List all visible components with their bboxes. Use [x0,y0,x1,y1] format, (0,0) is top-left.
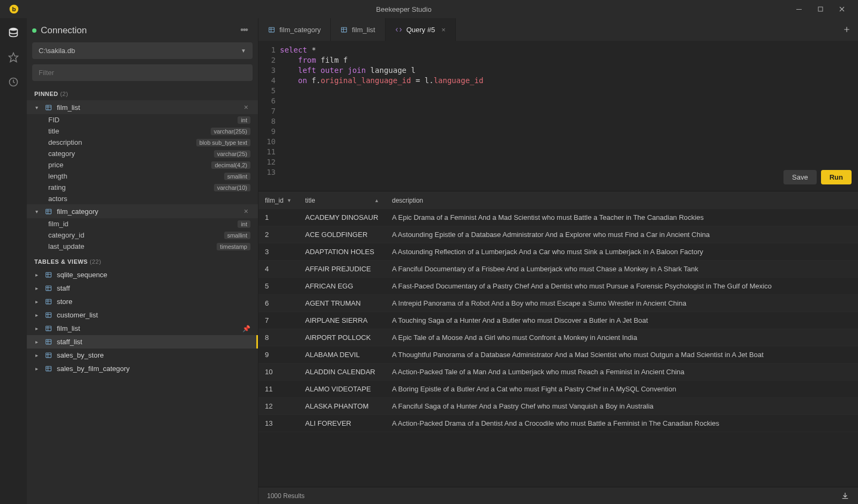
column-row[interactable]: lengthsmallint [27,171,258,182]
column-row[interactable]: category_idsmallint [27,229,258,241]
svg-marker-5 [9,53,18,62]
table-row[interactable]: 9ALABAMA DEVILA Thoughtful Panorama of a… [258,346,858,364]
svg-point-4 [10,28,18,31]
column-row[interactable]: descriptionblob sub_type text [27,137,258,148]
table-row[interactable]: 11ALAMO VIDEOTAPEA Boring Epistle of a B… [258,381,858,398]
pin-icon: 📌 [242,325,250,332]
run-button[interactable]: Run [821,170,852,184]
connection-menu-button[interactable]: ••• [238,25,249,36]
chevron-right-icon: ▸ [35,272,42,278]
column-row[interactable]: actors [27,193,258,204]
column-header-description[interactable]: description [386,197,858,204]
table-row[interactable]: 13ALI FOREVERA Action-Packed Drama of a … [258,415,858,432]
titlebar: b Beekeeper Studio [0,0,858,18]
table-row[interactable]: 5AFRICAN EGGA Fast-Paced Documentary of … [258,278,858,295]
svg-rect-15 [46,353,51,358]
table-item-staff_list[interactable]: ▸staff_list [27,335,258,349]
connection-status-dot [32,28,36,33]
tab-close-button[interactable]: × [441,26,446,34]
svg-rect-3 [818,7,823,11]
chevron-down-icon: ▾ [35,209,42,214]
table-item-sqlite_sequence[interactable]: ▸sqlite_sequence [27,268,258,281]
minimize-button[interactable] [788,1,810,17]
main-panel: film_categoryfilm_listQuery #5× 12345678… [258,18,858,504]
table-icon [45,285,53,292]
save-button[interactable]: Save [783,170,817,184]
table-item-sales_by_film_category[interactable]: ▸sales_by_film_category [27,362,258,375]
table-item-sales_by_store[interactable]: ▸sales_by_store [27,349,258,362]
table-row[interactable]: 7AIRPLANE SIERRAA Touching Saga of a Hun… [258,312,858,329]
table-icon [341,26,347,33]
table-icon [45,365,53,372]
sort-desc-icon: ▼ [287,198,292,203]
history-icon[interactable] [6,75,20,89]
chevron-right-icon: ▸ [35,325,42,331]
svg-rect-7 [46,105,51,110]
table-item-customer_list[interactable]: ▸customer_list [27,308,258,322]
table-item-film_list[interactable]: ▸film_list📌 [27,322,258,335]
column-header-film-id[interactable]: film_id▼ [258,197,299,204]
filter-input[interactable] [32,64,253,81]
editor-code[interactable]: select * from film f left outer join lan… [280,41,858,191]
svg-rect-11 [46,299,51,304]
column-row[interactable]: film_idint [27,218,258,229]
unpin-button[interactable]: × [242,103,250,112]
table-row[interactable]: 6AGENT TRUMANA Intrepid Panorama of a Ro… [258,295,858,312]
column-row[interactable]: ratingvarchar(10) [27,182,258,193]
close-button[interactable] [831,1,853,17]
table-icon [45,325,53,332]
svg-rect-10 [46,286,51,291]
tables-header: TABLES & VIEWS (22) [27,252,258,268]
table-icon [45,338,53,345]
database-icon[interactable] [6,26,20,40]
star-icon[interactable] [6,50,20,64]
maximize-button[interactable] [810,1,831,17]
svg-rect-14 [46,339,51,344]
table-row[interactable]: 12ALASKA PHANTOMA Fanciful Saga of a Hun… [258,398,858,415]
table-icon [45,298,53,305]
database-path: C:\sakila.db [39,47,241,55]
iconbar [0,18,27,504]
download-button[interactable] [841,492,849,500]
chevron-right-icon: ▸ [35,339,42,345]
column-row[interactable]: last_updatetimestamp [27,241,258,252]
table-icon [45,312,53,318]
app-title: Beekeeper Studio [19,5,788,13]
tab-film_list[interactable]: film_list [331,18,385,41]
table-item-staff[interactable]: ▸staff [27,281,258,295]
new-tab-button[interactable] [835,18,858,41]
table-row[interactable]: 8AIRPORT POLLOCKA Epic Tale of a Moose A… [258,329,858,346]
table-row[interactable]: 1ACADEMY DINOSAURA Epic Drama of a Femin… [258,209,858,226]
unpin-button[interactable]: × [242,207,250,216]
query-icon [395,26,402,33]
column-row[interactable]: titlevarchar(255) [27,125,258,137]
column-header-title[interactable]: title▲ [299,197,386,204]
sidebar: Connection ••• C:\sakila.db ▼ PINNED (2)… [27,18,258,504]
table-icon [45,271,53,278]
sql-editor[interactable]: 12345678910111213 select * from film f l… [258,41,858,191]
svg-rect-13 [46,326,51,331]
database-select[interactable]: C:\sakila.db ▼ [32,42,253,59]
svg-rect-2 [796,9,802,10]
svg-rect-12 [46,313,51,317]
column-row[interactable]: categoryvarchar(25) [27,148,258,159]
pinned-table-film_category[interactable]: ▾film_category× [27,204,258,218]
table-row[interactable]: 10ALADDIN CALENDARA Action-Packed Tale o… [258,364,858,381]
tab-query-#5[interactable]: Query #5× [386,18,456,41]
chevron-down-icon: ▼ [241,48,246,54]
svg-text:b: b [12,5,16,12]
pinned-table-film_list[interactable]: ▾film_list× [27,100,258,114]
sort-asc-icon: ▲ [374,198,379,203]
column-row[interactable]: pricedecimal(4,2) [27,159,258,171]
table-row[interactable]: 3ADAPTATION HOLESA Astounding Reflection… [258,243,858,261]
svg-rect-18 [342,27,347,32]
app-logo-icon: b [9,4,19,14]
table-row[interactable]: 4AFFAIR PREJUDICEA Fanciful Documentary … [258,261,858,278]
results-grid[interactable]: 1ACADEMY DINOSAURA Epic Drama of a Femin… [258,209,858,487]
column-row[interactable]: FIDint [27,114,258,125]
statusbar: 1000 Results [258,487,858,504]
tab-film_category[interactable]: film_category [258,18,331,41]
table-item-store[interactable]: ▸store [27,295,258,308]
svg-rect-9 [46,272,51,277]
table-row[interactable]: 2ACE GOLDFINGERA Astounding Epistle of a… [258,226,858,243]
